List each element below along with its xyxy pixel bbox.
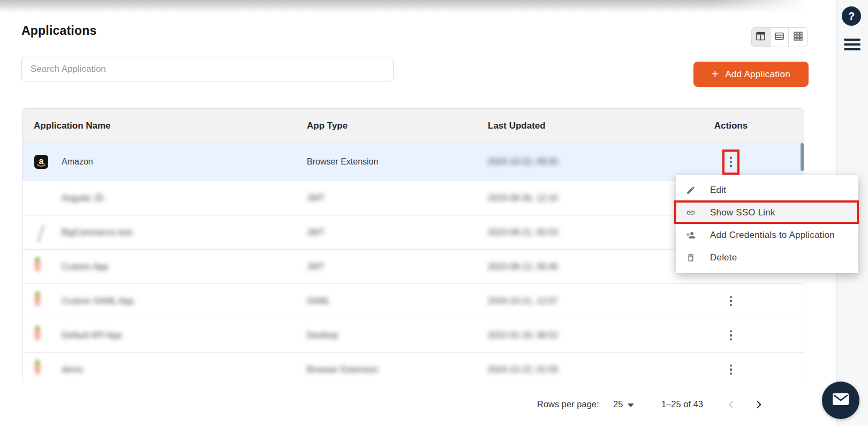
miniorange-icon — [34, 294, 48, 308]
row-actions-kebab-icon[interactable] — [720, 328, 742, 343]
row-actions-kebab-icon[interactable] — [720, 294, 742, 309]
app-type: JWT — [307, 228, 324, 237]
table-header-row: Application Name App Type Last Updated A… — [22, 109, 804, 143]
question-mark-icon: ? — [848, 10, 855, 23]
page-title: Applications — [21, 24, 96, 38]
app-name: Default API App — [62, 331, 122, 340]
grid-view-button[interactable] — [789, 28, 807, 47]
app-updated: 2022-01-19, 08:52 — [488, 331, 558, 340]
mail-icon — [832, 392, 849, 408]
column-header-actions: Actions — [691, 121, 771, 131]
person-add-icon — [686, 230, 696, 240]
hamburger-menu-icon[interactable] — [844, 39, 861, 50]
app-type: Browser Extension — [307, 365, 378, 375]
link-icon — [686, 208, 696, 218]
list-view-icon — [775, 32, 784, 43]
app-type: Desktop — [307, 331, 338, 340]
app-type: SAML — [307, 296, 330, 306]
app-type: JWT — [307, 193, 324, 203]
table-row[interactable]: demo Browser Extension 2024-10-22, 01:59 — [22, 352, 804, 382]
app-updated: 2023-08-30, 12:10 — [488, 193, 558, 203]
column-header-application-name: Application Name — [34, 121, 111, 131]
search-application-input[interactable] — [21, 57, 394, 81]
rows-per-page-select[interactable]: 25 — [613, 399, 623, 409]
table-row[interactable]: Custom SAML App SAML 2024-10-21, 12:07 — [22, 283, 804, 318]
menu-item-add-credentials[interactable]: Add Credentials to Application — [676, 224, 858, 246]
app-updated: 2023-08-12, 06:46 — [488, 262, 558, 272]
app-name: BigCommerce test — [62, 228, 132, 237]
applications-page: Applications + Add Application Applicati… — [0, 0, 868, 426]
list-view-button[interactable] — [771, 28, 789, 47]
pencil-icon — [686, 185, 696, 195]
table-row[interactable]: Default API App Desktop 2022-01-19, 08:5… — [22, 318, 804, 352]
svg-text:a: a — [39, 156, 44, 166]
app-type: JWT — [307, 262, 324, 272]
contact-mail-button[interactable] — [822, 382, 859, 419]
bigcommerce-icon — [34, 226, 48, 240]
next-page-button[interactable] — [752, 398, 766, 412]
app-updated: 2023-08-21, 05:53 — [488, 228, 558, 237]
app-name: Custom App — [62, 262, 108, 272]
help-button[interactable]: ? — [842, 6, 861, 26]
menu-item-edit[interactable]: Edit — [676, 179, 858, 201]
column-header-last-updated: Last Updated — [488, 121, 546, 131]
menu-item-delete[interactable]: Delete — [676, 246, 858, 269]
app-updated: 2024-10-21, 12:07 — [488, 296, 558, 306]
miniorange-icon — [34, 260, 48, 274]
table-scrollbar-thumb[interactable] — [801, 143, 804, 171]
app-name: Angular JS — [62, 193, 103, 203]
column-header-app-type: App Type — [307, 121, 348, 131]
rows-per-page-caret-icon[interactable] — [628, 403, 634, 407]
plus-icon: + — [712, 68, 719, 80]
miniorange-icon — [34, 363, 48, 377]
grid-view-icon — [794, 32, 803, 43]
top-scroll-shadow — [0, 0, 809, 13]
angular-icon — [34, 191, 48, 205]
view-toggle — [751, 27, 807, 47]
app-name: Amazon — [62, 157, 93, 167]
chevron-left-icon — [726, 399, 736, 410]
app-name: Custom SAML App — [62, 296, 134, 306]
app-updated: 2024-10-22, 01:59 — [488, 365, 558, 375]
trash-icon — [686, 253, 696, 263]
add-application-label: Add Application — [725, 69, 790, 80]
add-application-button[interactable]: + Add Application — [693, 62, 809, 87]
miniorange-icon — [34, 328, 48, 342]
previous-page-button[interactable] — [724, 398, 738, 412]
row-actions-kebab-icon[interactable] — [720, 362, 742, 377]
app-type: Browser Extension — [307, 157, 378, 167]
rows-per-page-label: Rows per page: — [537, 399, 599, 409]
pagination-range-label: 1–25 of 43 — [661, 399, 703, 409]
table-view-icon — [756, 32, 765, 43]
amazon-icon: a — [34, 155, 48, 169]
menu-item-show-sso-link[interactable]: Show SSO Link — [676, 201, 858, 224]
row-actions-menu: Edit Show SSO Link Add Credentials to Ap… — [676, 175, 858, 273]
app-updated: 2024-10-22, 09:30 — [488, 157, 558, 167]
app-name: demo — [62, 365, 83, 375]
row-actions-kebab-icon[interactable] — [720, 154, 742, 169]
chevron-right-icon — [753, 399, 764, 410]
table-view-button[interactable] — [752, 28, 771, 47]
